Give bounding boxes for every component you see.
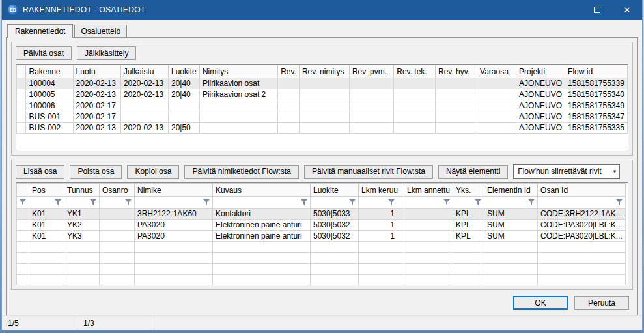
cell[interactable]: KPL (453, 220, 484, 231)
cell[interactable]: K01 (29, 209, 64, 220)
column-header[interactable]: Elementin Id (484, 184, 538, 197)
cell[interactable] (299, 89, 349, 100)
column-header[interactable]: Luotu (73, 65, 120, 78)
cell[interactable]: YK1 (64, 209, 100, 220)
parts-table[interactable]: PosTunnusOsanroNimikeKuvausLuokiteLkm ke… (16, 183, 626, 285)
tab-osaluettelo[interactable]: Osaluettelo (74, 25, 127, 37)
cell[interactable] (349, 89, 393, 100)
filter-icon[interactable] (361, 199, 395, 205)
cell[interactable] (168, 111, 199, 123)
cell[interactable]: PA3020 (135, 231, 213, 242)
column-header[interactable]: Kuvaus (213, 184, 311, 197)
filter-cell[interactable] (311, 197, 359, 209)
cell[interactable]: 1581581755347 (565, 111, 628, 123)
cell[interactable] (435, 100, 477, 111)
cell[interactable] (17, 231, 29, 242)
cell[interactable]: K01 (29, 231, 64, 242)
filter-icon[interactable] (32, 199, 61, 205)
filter-cell[interactable] (359, 197, 404, 209)
cell[interactable]: 2020-02-13 (120, 123, 168, 134)
cell[interactable]: 2020-02-13 (73, 89, 120, 100)
cell[interactable]: 5030|5033 (311, 209, 359, 220)
column-header[interactable]: Rev. pvm. (349, 65, 393, 78)
column-header[interactable]: Rakenne (26, 65, 73, 78)
cell[interactable] (404, 209, 453, 220)
cell[interactable] (349, 78, 393, 89)
cell[interactable]: Kontaktori (213, 209, 311, 220)
cell[interactable] (349, 100, 393, 111)
cell[interactable]: 2020-02-13 (73, 123, 120, 134)
ok-button[interactable]: OK (513, 296, 568, 310)
column-header[interactable]: Rev. hyv. (435, 65, 477, 78)
column-header[interactable]: Tunnus (64, 184, 100, 197)
cell[interactable]: 5030|5032 (311, 220, 359, 231)
column-header[interactable]: Nimike (135, 184, 213, 197)
lisaa-osa-button[interactable]: Lisää osa (16, 165, 64, 179)
cell[interactable]: AJONEUVO (516, 111, 565, 123)
cell[interactable] (477, 89, 516, 100)
column-header[interactable]: Nimitys (199, 65, 277, 78)
poista-osa-button[interactable]: Poista osa (70, 165, 122, 179)
filter-cell[interactable] (453, 197, 484, 209)
filter-icon[interactable] (456, 199, 481, 205)
nayta-elementti-button[interactable]: Näytä elementti (438, 165, 508, 179)
cell[interactable] (278, 100, 300, 111)
cell[interactable]: CODE:3RH2122-1AK... (538, 209, 626, 220)
cell[interactable] (394, 111, 436, 123)
cell[interactable]: 2020-02-13 (120, 78, 168, 89)
cell[interactable]: Elektroninen paine anturi (213, 220, 311, 231)
column-header[interactable]: Rev. (278, 65, 300, 78)
cell[interactable] (278, 89, 300, 100)
filter-cell[interactable] (538, 197, 626, 209)
cell[interactable]: AJONEUVO (516, 123, 565, 134)
cell[interactable]: BUS-002 (26, 123, 73, 134)
cell[interactable] (394, 89, 436, 100)
cell[interactable]: 1581581755335 (565, 123, 628, 134)
cell[interactable] (120, 100, 168, 111)
cell[interactable]: YK2 (64, 220, 100, 231)
cell[interactable] (349, 123, 393, 134)
cell[interactable] (299, 111, 349, 123)
jalkikasittely-button[interactable]: Jälkikäsittely (77, 46, 136, 60)
cell[interactable] (17, 89, 26, 100)
column-header[interactable]: Projekti (516, 65, 565, 78)
column-header[interactable]: Flow id (565, 65, 628, 78)
cell[interactable] (168, 100, 199, 111)
cell[interactable]: PA3020 (135, 220, 213, 231)
cell[interactable]: 20|50 (168, 123, 199, 134)
filter-icon[interactable] (67, 199, 96, 205)
column-header[interactable]: Lkm keruu (359, 184, 404, 197)
cell[interactable] (100, 209, 135, 220)
filter-icon[interactable] (216, 199, 307, 205)
cell[interactable] (199, 100, 277, 111)
cell[interactable]: AJONEUVO (516, 89, 565, 100)
cell[interactable] (404, 220, 453, 231)
column-header[interactable]: Pos (29, 184, 64, 197)
cell[interactable] (17, 220, 29, 231)
cell[interactable] (100, 231, 135, 242)
cell[interactable]: CODE:PA3020|LBL:K... (538, 220, 626, 231)
cell[interactable] (349, 111, 393, 123)
cell[interactable] (199, 123, 277, 134)
cell[interactable] (17, 209, 29, 220)
cell[interactable] (278, 111, 300, 123)
cancel-button[interactable]: Peruuta (574, 296, 629, 310)
paivita-nimiketiedot-button[interactable]: Päivitä nimiketiedot Flow:sta (184, 165, 298, 179)
cell[interactable]: 2020-02-17 (73, 111, 120, 123)
column-header[interactable]: Luokite (311, 184, 359, 197)
cell[interactable]: Piirikaavion osat (199, 78, 277, 89)
cell[interactable]: SUM (484, 209, 538, 220)
cell[interactable] (299, 100, 349, 111)
filter-cell[interactable] (17, 197, 29, 209)
cell[interactable] (199, 111, 277, 123)
filter-cell[interactable] (213, 197, 311, 209)
cell[interactable] (404, 231, 453, 242)
filter-icon[interactable] (313, 199, 356, 205)
cell[interactable]: KPL (453, 209, 484, 220)
cell[interactable] (477, 78, 516, 89)
column-header[interactable]: Luokite (168, 65, 199, 78)
filter-icon[interactable] (487, 199, 535, 205)
filter-icon[interactable] (540, 199, 623, 205)
cell[interactable]: 1581581755339 (565, 78, 628, 89)
cell[interactable] (17, 123, 26, 134)
